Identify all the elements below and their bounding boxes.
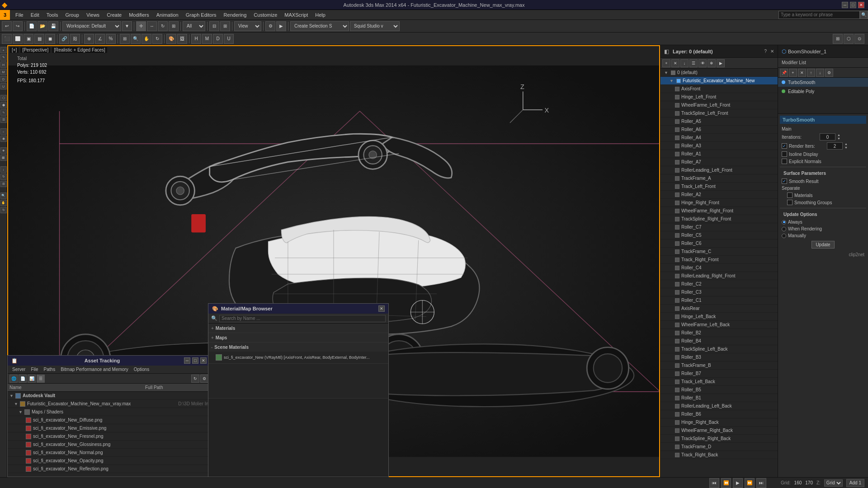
menu-help[interactable]: Help <box>311 11 329 19</box>
asset-node-reflection[interactable]: sci_fi_excavator_New_Reflection.png <box>8 465 210 473</box>
asset-minimize-btn[interactable]: ─ <box>184 357 190 364</box>
asset-node-diffuse[interactable]: sci_fi_excavator_New_Diffuse.png <box>8 416 210 424</box>
zoom-extents-btn[interactable]: ⊞ <box>120 34 130 44</box>
layer-add-sel-btn[interactable]: ↓ <box>680 59 689 67</box>
rotate-left[interactable]: ↻ <box>0 174 7 180</box>
ts-manually-radio[interactable] <box>782 234 786 238</box>
layer-item-rollerb6[interactable]: Roller_B6 <box>660 410 778 418</box>
subobj-border-btn[interactable]: ▣ <box>24 34 33 44</box>
snap-btn[interactable]: ⊕ <box>84 34 94 44</box>
ts-always-radio[interactable] <box>782 220 786 225</box>
asset-node-normal[interactable]: sci_fi_excavator_New_Normal.png <box>8 449 210 457</box>
layer-item-trackframec[interactable]: TrackFrame_C <box>660 248 778 256</box>
motion-tool[interactable]: M <box>0 69 7 75</box>
layer-item-rollerc4[interactable]: Roller_C4 <box>660 264 778 272</box>
material-section-materials-header[interactable]: + Materials <box>208 324 388 333</box>
menu-animation[interactable]: Animation <box>153 11 182 19</box>
unlink-selection[interactable]: ⬢ <box>0 102 7 108</box>
asset-node-opacity[interactable]: sci_fi_excavator_New_Opacity.png <box>8 457 210 465</box>
menu-create[interactable]: Create <box>103 11 125 19</box>
zoom-left[interactable]: 🔍 <box>0 192 7 199</box>
asset-node-maxfile[interactable]: ▼ Futuristic_Excavator_Machine_New_max_v… <box>8 400 210 408</box>
zoom-region-btn[interactable]: 🔍 <box>131 34 141 44</box>
menu-tools[interactable]: Tools <box>43 11 62 19</box>
view-cube-btn[interactable]: ⬡ <box>844 34 854 44</box>
workspace-arrow[interactable]: ▼ <box>122 21 132 31</box>
anim-next-btn[interactable]: ⏩ <box>745 478 755 488</box>
asset-tb-settings[interactable]: ⚙ <box>200 375 208 383</box>
layer-item-wheelfarmeleftfront[interactable]: WheelFarme_Left_Front <box>660 101 778 109</box>
pan-left[interactable]: ✋ <box>0 200 7 206</box>
selection-dropdown[interactable]: Create Selection S <box>290 21 349 31</box>
material-panel-close-btn[interactable]: ✕ <box>378 305 385 312</box>
mirror-btn[interactable]: ⊟ <box>209 21 219 31</box>
asset-restore-btn[interactable]: □ <box>192 357 198 364</box>
scale-left[interactable]: ⊞ <box>0 181 7 187</box>
layer-render-btn[interactable]: ▶ <box>717 59 725 67</box>
layer-item-trackleftfront[interactable]: Track_Left_Front <box>660 183 778 191</box>
modify-tool[interactable]: ✎ <box>0 54 7 61</box>
layer-item-rollerb5[interactable]: Roller_B5 <box>660 386 778 394</box>
layer-item-rollerb4[interactable]: Roller_B4 <box>660 337 778 345</box>
menu-graph-editors[interactable]: Graph Editors <box>182 11 220 19</box>
layer-item-trackspinerightfront[interactable]: TrackSpline_Right_Front <box>660 215 778 223</box>
asset-node-fresnel[interactable]: sci_fi_excavator_New_Fresnel.png <box>8 432 210 441</box>
layers-help-btn[interactable]: ? <box>764 49 767 54</box>
align-btn[interactable]: ⊞ <box>220 21 230 31</box>
menu-modifiers[interactable]: Modifiers <box>125 11 153 19</box>
utility-tool[interactable]: U <box>0 83 7 89</box>
layer-item-rollerc3[interactable]: Roller_C3 <box>660 288 778 296</box>
hierarchy-tool[interactable]: H <box>0 61 7 68</box>
create-tool[interactable]: + <box>0 47 7 53</box>
material-editor-btn[interactable]: 🎨 <box>166 34 176 44</box>
modifier-item-turbosmooth[interactable]: TurboSmooth <box>778 78 868 87</box>
layers-list[interactable]: ▼ 0 (default) ▼ Futuristic_Excavator_Mac… <box>660 69 778 477</box>
layer-item-tracksplineleftfront[interactable]: TrackSpline_Left_Front <box>660 109 778 117</box>
scale-tool[interactable]: ⊞ <box>169 21 179 31</box>
ts-renderiters-input[interactable] <box>827 142 843 150</box>
asset-node-emissive[interactable]: sci_fi_excavator_New_Emissive.png <box>8 424 210 432</box>
render-btn[interactable]: ▶ <box>276 21 286 31</box>
smart-select[interactable]: ◈ <box>0 147 7 154</box>
layer-item-hingeleftback[interactable]: Hinge_Left_Back <box>660 313 778 321</box>
layer-item-rollera5[interactable]: Roller_A5 <box>660 117 778 126</box>
render-settings-btn[interactable]: ⚙ <box>265 21 275 31</box>
layer-item-wheelfarmerightback[interactable]: WheelFarme_Right_Back <box>660 427 778 435</box>
material-section-scene-header[interactable]: - Scene Materials <box>208 343 388 352</box>
layer-item-trackspinerightback[interactable]: TrackSpline_Right_Back <box>660 435 778 443</box>
menu-rendering[interactable]: Rendering <box>220 11 250 19</box>
lasso-select[interactable]: ○ <box>0 128 7 135</box>
render-frame-btn[interactable]: 🖼 <box>177 34 187 44</box>
mod-configure-btn[interactable]: ⚙ <box>825 69 833 77</box>
steering-btn[interactable]: ⊙ <box>854 34 864 44</box>
mod-pin-btn[interactable]: 📌 <box>780 69 788 77</box>
layers-close-btn[interactable]: ✕ <box>770 49 774 54</box>
material-section-maps-header[interactable]: + Maps <box>208 333 388 342</box>
ts-renderiters-arrows[interactable]: ▲ ▼ <box>844 142 848 150</box>
layer-item-rollerb1[interactable]: Roller_B1 <box>660 394 778 402</box>
anim-start-btn[interactable]: ⏮ <box>709 478 719 488</box>
layer-item-trackframeb[interactable]: TrackFrame_B <box>660 361 778 370</box>
display-tool[interactable]: D <box>0 76 7 82</box>
viewport-plus-btn[interactable]: [+] <box>10 47 19 53</box>
layer-item-rollerc5[interactable]: Roller_C5 <box>660 231 778 239</box>
pan-btn[interactable]: ✋ <box>142 34 151 44</box>
asset-node-glossiness[interactable]: sci_fi_excavator_New_Glossiness.png <box>8 441 210 449</box>
maps-expand-icon[interactable]: + <box>211 335 214 340</box>
mod-delete-btn[interactable]: ✕ <box>798 69 806 77</box>
add-btn[interactable]: Add 1 <box>846 479 864 487</box>
ts-whenrendering-radio[interactable] <box>782 227 786 231</box>
subobj-vertex-btn[interactable]: ⬛ <box>2 34 12 44</box>
materials-expand-icon[interactable]: + <box>211 326 214 331</box>
anglesnap-btn[interactable]: ∠ <box>95 34 105 44</box>
layer-item-trackframea[interactable]: TrackFrame_A <box>660 174 778 183</box>
asset-menu-server[interactable]: Server <box>9 367 28 372</box>
layer-item-trackframed[interactable]: TrackFrame_D <box>660 443 778 451</box>
layer-item-rollera7[interactable]: Roller_A7 <box>660 158 778 166</box>
ts-isoline-checkbox[interactable] <box>782 151 787 157</box>
coord-dropdown[interactable]: Grid <box>824 479 843 487</box>
search-btn[interactable]: 🔍 <box>860 11 868 19</box>
layer-new-btn[interactable]: + <box>662 59 670 67</box>
layer-item-rollera6[interactable]: Roller_A6 <box>660 126 778 134</box>
subobj-element-btn[interactable]: ◼ <box>45 34 55 44</box>
